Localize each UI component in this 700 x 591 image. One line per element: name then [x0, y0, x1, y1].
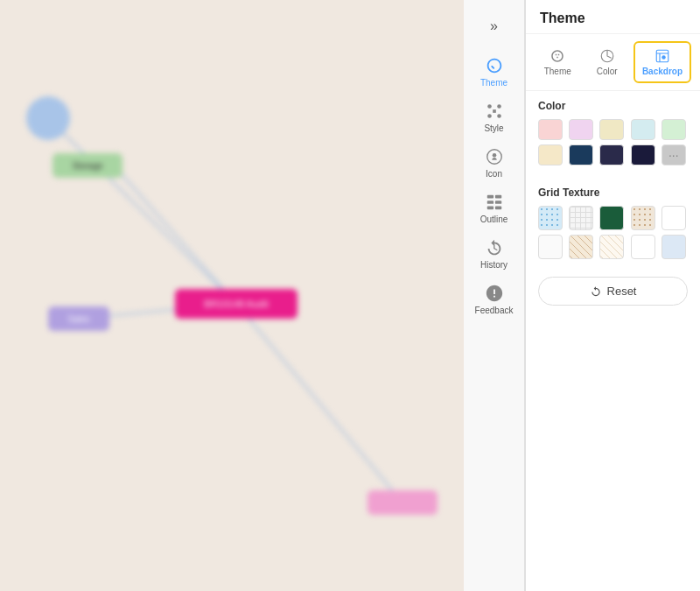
- svg-point-6: [487, 114, 492, 118]
- sidebar-item-feedback[interactable]: Feedback: [464, 277, 524, 322]
- color-swatches: ···: [538, 119, 688, 165]
- svg-rect-11: [486, 195, 493, 199]
- mindmap-canvas: BR10148 Audit Storage Sales: [0, 0, 464, 591]
- svg-rect-16: [494, 207, 500, 210]
- texture-swatch-2[interactable]: [599, 206, 624, 230]
- sales-node: Sales: [48, 306, 109, 331]
- feedback-icon: [485, 284, 504, 303]
- svg-rect-12: [486, 201, 493, 204]
- color-swatch-0[interactable]: [538, 119, 563, 140]
- tab-color-icon: [599, 48, 615, 64]
- sidebar-item-history[interactable]: History: [464, 231, 524, 277]
- texture-swatch-5[interactable]: [538, 235, 563, 259]
- svg-line-0: [114, 165, 236, 304]
- svg-point-10: [492, 153, 496, 158]
- color-swatch-1[interactable]: [569, 119, 593, 140]
- color-swatch-8[interactable]: [631, 144, 655, 165]
- icon-icon: [485, 147, 504, 166]
- sidebar-item-style[interactable]: Style: [464, 95, 524, 140]
- color-swatch-7[interactable]: [599, 144, 624, 165]
- color-swatch-more[interactable]: ···: [662, 144, 686, 165]
- sidebar-item-outline-label: Outline: [480, 215, 508, 224]
- tab-backdrop-label: Backdrop: [642, 67, 682, 76]
- center-node: BR10148 Audit: [175, 289, 298, 319]
- color-section: Color ···: [526, 91, 700, 178]
- svg-line-2: [236, 304, 402, 503]
- color-swatch-4[interactable]: [662, 119, 686, 140]
- left-sidebar: » Theme Style Icon Outline: [464, 0, 525, 591]
- color-swatch-2[interactable]: [599, 119, 624, 140]
- theme-icon: [485, 56, 504, 75]
- panel-title: Theme: [526, 0, 700, 34]
- tab-color-label: Color: [597, 67, 618, 76]
- sidebar-item-theme[interactable]: Theme: [464, 49, 524, 95]
- reset-icon: [590, 285, 602, 298]
- right-node: [368, 490, 438, 515]
- style-icon: [485, 102, 504, 121]
- sidebar-item-icon[interactable]: Icon: [464, 140, 524, 186]
- history-icon: [485, 238, 504, 257]
- color-swatch-6[interactable]: [569, 144, 593, 165]
- right-panel: Theme Theme Color Backdrop: [525, 0, 700, 591]
- sidebar-item-outline[interactable]: Outline: [464, 186, 524, 231]
- sidebar-item-feedback-label: Feedback: [475, 306, 514, 315]
- tab-color[interactable]: Color: [584, 41, 629, 83]
- sidebar-item-style-label: Style: [484, 123, 503, 133]
- tab-backdrop[interactable]: Backdrop: [634, 41, 691, 83]
- svg-rect-15: [494, 201, 500, 204]
- svg-rect-13: [486, 207, 493, 210]
- panel-tabs: Theme Color Backdrop: [526, 34, 700, 91]
- texture-swatches: [538, 206, 688, 259]
- texture-swatch-8[interactable]: [631, 235, 655, 259]
- reset-button[interactable]: Reset: [538, 277, 688, 306]
- svg-rect-8: [493, 109, 496, 113]
- texture-section-title: Grid Texture: [538, 186, 688, 199]
- blue-node: [26, 96, 70, 140]
- svg-rect-14: [494, 195, 500, 199]
- tab-backdrop-icon: [654, 48, 670, 64]
- texture-section: Grid Texture: [526, 178, 700, 268]
- sidebar-item-theme-label: Theme: [480, 78, 508, 88]
- svg-point-4: [487, 104, 492, 109]
- color-section-title: Color: [538, 100, 688, 112]
- texture-swatch-9[interactable]: [662, 235, 686, 259]
- texture-swatch-4[interactable]: [662, 206, 686, 230]
- reset-label: Reset: [607, 285, 637, 298]
- color-swatch-3[interactable]: [631, 119, 655, 140]
- tab-theme[interactable]: Theme: [535, 41, 580, 83]
- tab-theme-icon: [550, 48, 565, 64]
- collapse-button[interactable]: »: [464, 9, 524, 44]
- svg-line-3: [48, 118, 236, 304]
- svg-point-19: [662, 55, 666, 60]
- color-swatch-5[interactable]: [538, 144, 563, 165]
- sidebar-item-history-label: History: [480, 260, 508, 270]
- texture-swatch-7[interactable]: [599, 235, 624, 259]
- svg-point-7: [497, 114, 501, 118]
- outline-icon: [485, 193, 504, 212]
- texture-swatch-3[interactable]: [631, 206, 655, 230]
- svg-point-5: [497, 104, 501, 109]
- texture-swatch-1[interactable]: [569, 206, 593, 230]
- tab-theme-label: Theme: [544, 67, 571, 76]
- texture-swatch-6[interactable]: [569, 235, 593, 259]
- storage-node: Storage: [52, 153, 122, 178]
- texture-swatch-0[interactable]: [538, 206, 563, 230]
- sidebar-item-icon-label: Icon: [486, 169, 502, 179]
